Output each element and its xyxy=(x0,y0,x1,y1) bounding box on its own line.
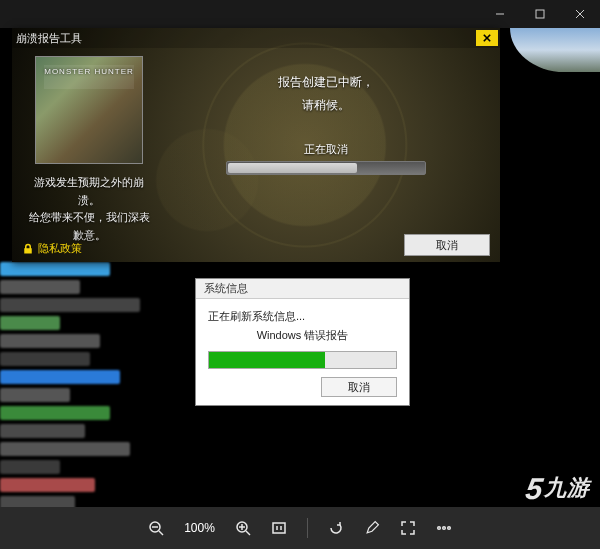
svg-point-16 xyxy=(438,527,441,530)
watermark-logo: 5九游 xyxy=(526,468,590,503)
svg-rect-1 xyxy=(536,10,544,18)
privacy-policy-link[interactable]: 隐私政策 xyxy=(22,241,82,256)
crash-dialog-header: 崩溃报告工具 xyxy=(12,28,500,48)
close-button[interactable] xyxy=(560,0,600,28)
toolbar-divider xyxy=(307,518,308,538)
rotate-button[interactable] xyxy=(328,520,344,536)
zoom-in-button[interactable] xyxy=(235,520,251,536)
game-thumbnail: MONSTER HUNTER xyxy=(35,56,143,164)
blurred-row xyxy=(0,478,95,492)
system-info-dialog: 系统信息 正在刷新系统信息... Windows 错误报告 取消 xyxy=(195,278,410,406)
blurred-row xyxy=(0,424,85,438)
blurred-row xyxy=(0,316,60,330)
blurred-row xyxy=(0,388,70,402)
lock-icon xyxy=(22,243,34,255)
blurred-row xyxy=(0,280,80,294)
blurred-row xyxy=(0,406,110,420)
watermark-text: 九游 xyxy=(544,475,590,500)
game-thumbnail-title: MONSTER HUNTER xyxy=(36,67,142,76)
blurred-row xyxy=(0,334,100,348)
blurred-row xyxy=(0,352,90,366)
blurred-sidebar xyxy=(0,262,168,514)
crash-report-dialog: 崩溃报告工具 MONSTER HUNTER 游戏发生预期之外的崩溃。 给您带来不… xyxy=(12,28,500,262)
privacy-policy-label: 隐私政策 xyxy=(38,241,82,256)
actual-size-button[interactable] xyxy=(271,520,287,536)
crash-close-button[interactable] xyxy=(476,30,498,46)
more-options-button[interactable] xyxy=(436,520,452,536)
crash-progress-bar xyxy=(226,161,426,175)
system-info-progress-fill xyxy=(209,352,325,368)
crash-dialog-title: 崩溃报告工具 xyxy=(16,31,82,46)
crash-status-line2: 请稍候。 xyxy=(174,97,478,114)
minimize-button[interactable] xyxy=(480,0,520,28)
system-info-line2: Windows 错误报告 xyxy=(208,328,397,343)
system-info-line1: 正在刷新系统信息... xyxy=(208,309,397,324)
system-info-title: 系统信息 xyxy=(196,279,409,299)
crash-status-line1: 报告创建已中断， xyxy=(174,74,478,91)
blurred-row xyxy=(0,298,140,312)
svg-line-10 xyxy=(246,531,250,535)
crash-cancel-button[interactable]: 取消 xyxy=(404,234,490,256)
svg-point-17 xyxy=(443,527,446,530)
zoom-out-button[interactable] xyxy=(148,520,164,536)
edit-button[interactable] xyxy=(364,520,380,536)
maximize-button[interactable] xyxy=(520,0,560,28)
blurred-row xyxy=(0,262,110,276)
svg-line-7 xyxy=(159,531,163,535)
crash-apology-line1: 游戏发生预期之外的崩溃。 xyxy=(24,174,154,209)
system-info-progress-bar xyxy=(208,351,397,369)
fullscreen-button[interactable] xyxy=(400,520,416,536)
crash-progress-label: 正在取消 xyxy=(174,142,478,157)
system-info-cancel-button[interactable]: 取消 xyxy=(321,377,397,397)
blurred-row xyxy=(0,370,120,384)
crash-progress-fill xyxy=(228,163,357,173)
zoom-level-label: 100% xyxy=(184,521,215,535)
blurred-row xyxy=(0,442,130,456)
blurred-row xyxy=(0,460,60,474)
svg-rect-13 xyxy=(273,523,285,533)
svg-point-18 xyxy=(448,527,451,530)
viewer-toolbar: 100% xyxy=(0,507,600,549)
window-titlebar xyxy=(0,0,600,28)
background-sky-fragment xyxy=(510,28,600,72)
